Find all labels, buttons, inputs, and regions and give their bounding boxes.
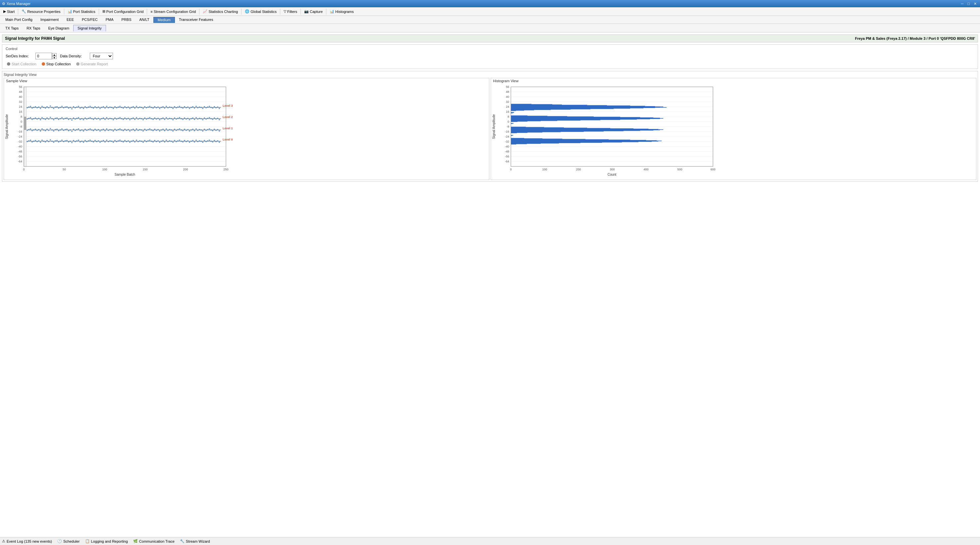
svg-point-387: [200, 129, 202, 131]
svg-point-300: [56, 129, 58, 130]
svg-point-500: [191, 140, 192, 142]
stop-collection-button[interactable]: Stop Collection: [40, 61, 72, 67]
svg-point-295: [48, 130, 49, 131]
histograms-button[interactable]: 📊 Histograms: [328, 9, 356, 14]
svg-point-442: [94, 140, 96, 141]
svg-point-207: [99, 119, 101, 120]
svg-point-327: [101, 129, 102, 131]
tab-pma[interactable]: PMA: [102, 17, 118, 23]
tab-rx-taps[interactable]: RX Taps: [22, 25, 44, 31]
maximize-button[interactable]: □: [966, 2, 971, 6]
tab-impairment[interactable]: Impairment: [37, 17, 63, 23]
port-config-grid-button[interactable]: ⊞ Port Configuration Grid: [100, 9, 146, 14]
svg-text:300: 300: [609, 168, 614, 171]
signal-integrity-view: Signal Integrity View Sample View: [2, 71, 978, 182]
filters-icon: ▽: [283, 9, 286, 14]
svg-point-121: [154, 106, 155, 107]
svg-point-394: [212, 130, 213, 131]
separator-9: [326, 9, 326, 14]
svg-point-239: [153, 119, 154, 120]
tab-eye-diagram[interactable]: Eye Diagram: [45, 25, 73, 31]
svg-point-486: [167, 141, 169, 142]
svg-text:150: 150: [142, 168, 148, 171]
svg-point-347: [134, 130, 135, 131]
svg-text:32: 32: [19, 100, 22, 104]
separator-8: [301, 9, 301, 14]
svg-point-150: [202, 108, 204, 109]
svg-point-235: [146, 118, 147, 120]
generate-report-button[interactable]: Generate Report: [75, 61, 109, 67]
svg-point-424: [65, 140, 66, 142]
svg-point-199: [86, 118, 88, 120]
svg-point-354: [146, 130, 147, 131]
action-buttons-row: Start Collection Stop Collection Generat…: [6, 61, 974, 67]
tab-pcs-fec[interactable]: PCS/FEC: [78, 17, 102, 23]
svg-point-132: [172, 108, 173, 109]
svg-point-116: [146, 107, 147, 108]
svg-point-224: [127, 118, 129, 119]
svg-point-222: [124, 117, 126, 119]
svg-point-155: [210, 107, 212, 108]
stats-chart-label: Statistics Charting: [208, 10, 238, 14]
svg-point-346: [132, 129, 134, 130]
svg-point-149: [200, 107, 202, 108]
tab-medium[interactable]: Medium: [153, 17, 175, 23]
minimize-button[interactable]: ─: [960, 2, 965, 6]
separator-4: [147, 9, 147, 14]
svg-point-353: [144, 129, 145, 130]
tab-eee[interactable]: EEE: [63, 17, 78, 23]
svg-point-56: [46, 106, 48, 107]
svg-point-374: [179, 128, 180, 130]
svg-point-46: [30, 106, 31, 107]
start-collection-button[interactable]: Start Collection: [6, 61, 38, 67]
resource-properties-button[interactable]: 🔧 Resource Properties: [19, 9, 62, 14]
title-bar-controls[interactable]: ─ □ ✕: [960, 2, 978, 6]
svg-point-319: [88, 129, 89, 130]
svg-point-145: [194, 107, 195, 109]
separator-7: [280, 9, 280, 14]
svg-point-113: [141, 107, 142, 108]
tab-main-port-config[interactable]: Main Port Config: [1, 17, 37, 23]
svg-point-172: [41, 117, 43, 118]
stream-config-grid-button[interactable]: ≡ Stream Configuration Grid: [148, 9, 198, 14]
serdes-down-button[interactable]: ▼: [52, 56, 57, 59]
tab-signal-integrity[interactable]: Signal Integrity: [73, 25, 106, 32]
svg-point-402: [28, 140, 30, 142]
histogram-view-svg: 56 48 40 32 24 16 8 0 -8 -16 -24 -32 -40…: [491, 84, 720, 180]
tab-prbs[interactable]: PRBS: [118, 17, 135, 23]
svg-point-62: [56, 106, 58, 107]
svg-point-78: [83, 108, 84, 109]
svg-point-264: [194, 119, 195, 120]
capture-button[interactable]: 📷 Capture: [302, 9, 325, 14]
svg-text:-40: -40: [18, 145, 22, 148]
svg-point-262: [191, 118, 192, 120]
svg-text:-16: -16: [505, 130, 509, 133]
start-button[interactable]: ▶ Start: [1, 9, 17, 14]
port-stats-icon: 📊: [68, 9, 72, 14]
filters-button[interactable]: ▽ Filters: [282, 9, 299, 14]
port-statistics-button[interactable]: 📊 Port Statistics: [65, 9, 97, 14]
svg-point-218: [118, 118, 119, 119]
svg-point-355: [148, 129, 149, 130]
title-bar: ⚙ Xena Manager ─ □ ✕: [0, 0, 980, 7]
svg-point-241: [156, 118, 157, 120]
svg-point-412: [45, 141, 46, 143]
svg-text:0: 0: [508, 120, 509, 123]
tab-transceiver-features[interactable]: Transceiver Features: [175, 17, 217, 23]
serdes-up-button[interactable]: ▲: [52, 53, 57, 56]
page-header: Signal Integrity for PAM4 Signal Freya P…: [2, 35, 978, 42]
data-density-select[interactable]: Four One Two Eight: [90, 53, 113, 59]
global-statistics-button[interactable]: 🌐 Global Statistics: [243, 9, 278, 14]
svg-point-473: [146, 141, 147, 142]
separator-1: [18, 9, 18, 14]
serdes-index-input[interactable]: [35, 53, 52, 59]
tab-tx-taps[interactable]: TX Taps: [1, 25, 22, 31]
svg-point-91: [104, 107, 106, 109]
svg-point-391: [207, 129, 208, 130]
svg-point-51: [38, 107, 40, 108]
tab-an-lt[interactable]: AN/LT: [135, 17, 153, 23]
svg-point-140: [186, 107, 187, 108]
statistics-charting-button[interactable]: 📈 Statistics Charting: [201, 9, 240, 14]
svg-point-193: [76, 118, 78, 119]
close-button[interactable]: ✕: [972, 2, 978, 6]
